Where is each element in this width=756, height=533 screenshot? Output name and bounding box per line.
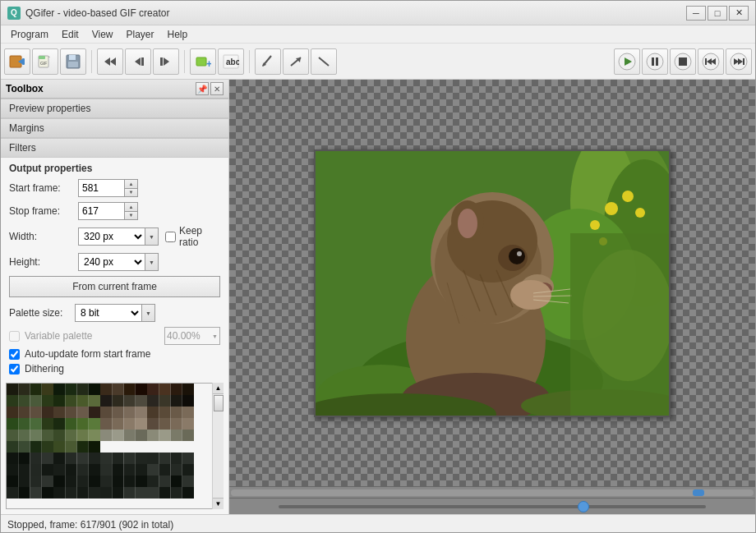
draw-button[interactable] — [255, 48, 281, 75]
dithering-checkbox[interactable] — [9, 364, 20, 374]
stop-frame-input[interactable]: 617 — [79, 203, 124, 219]
width-label: Width: — [9, 231, 75, 242]
preview-image-container — [314, 149, 671, 417]
palette-size-combo[interactable]: 8 bit 4 bit ▼ — [75, 304, 155, 322]
height-label: Height: — [9, 256, 75, 268]
toolbox-title: Toolbox — [6, 83, 44, 94]
toolbox-pin-button[interactable]: 📌 — [196, 82, 209, 95]
main-area: Toolbox 📌 ✕ Preview properties Margins F… — [1, 80, 755, 514]
svg-rect-7 — [69, 55, 76, 60]
start-frame-input[interactable]: 581 — [79, 180, 124, 196]
svg-rect-12 — [141, 57, 144, 66]
menubar: Program Edit View Player Help — [1, 25, 755, 44]
stop-frame-label: Stop frame: — [9, 205, 75, 217]
stop-frame-spinbox[interactable]: 617 ▲ ▼ — [78, 202, 138, 220]
variable-palette-label: Variable palette — [25, 330, 93, 342]
palette-preview-container: ▲ ▼ — [6, 383, 224, 509]
rewind-button[interactable] — [698, 48, 724, 75]
scroll-down-btn[interactable]: ▼ — [213, 498, 224, 509]
h-scroll-track[interactable] — [231, 489, 754, 496]
scroll-up-btn[interactable]: ▲ — [213, 383, 224, 394]
prev-frame-button[interactable] — [125, 48, 151, 75]
width-select[interactable]: 320 px 640 px 480 px — [79, 228, 145, 245]
width-combo[interactable]: 320 px 640 px 480 px ▼ — [78, 227, 159, 246]
palette-size-label: Palette size: — [9, 307, 75, 319]
status-text: Stopped, frame: 617/901 (902 in total) — [7, 519, 173, 531]
toolbox-panel: Toolbox 📌 ✕ Preview properties Margins F… — [1, 80, 229, 514]
window-title: QGifer - video-based GIF creator — [25, 7, 686, 19]
pause-button[interactable] — [642, 48, 668, 75]
palette-canvas — [7, 384, 194, 499]
keep-ratio-checkbox[interactable] — [165, 232, 176, 242]
menu-program[interactable]: Program — [4, 25, 55, 43]
variable-palette-row: Variable palette — [9, 330, 93, 342]
maximize-button[interactable]: □ — [708, 6, 727, 21]
svg-rect-2 — [22, 58, 25, 65]
stop-frame-arrows: ▲ ▼ — [124, 203, 137, 219]
keep-ratio-label: Keep ratio — [179, 225, 220, 248]
output-properties: Output properties Start frame: 581 ▲ ▼ S… — [1, 158, 228, 383]
width-row: Width: 320 px 640 px 480 px ▼ — [9, 227, 159, 246]
stop-frame-down[interactable]: ▼ — [125, 212, 137, 220]
open-video-button[interactable] — [4, 48, 30, 75]
keep-ratio-row: Keep ratio — [165, 225, 220, 248]
next-frame-button[interactable] — [153, 48, 179, 75]
svg-point-77 — [583, 250, 669, 381]
svg-point-52 — [635, 208, 645, 218]
svg-rect-28 — [652, 57, 654, 66]
zoom-thumb[interactable] — [578, 501, 589, 512]
fastforward-button[interactable] — [726, 48, 752, 75]
close-button[interactable]: ✕ — [729, 6, 749, 21]
svg-point-49 — [590, 220, 600, 230]
stop-button[interactable] — [670, 48, 696, 75]
dithering-row: Dithering — [9, 363, 220, 374]
svg-rect-39 — [743, 58, 744, 65]
preview-canvas[interactable] — [229, 80, 755, 486]
toolbox-close-button[interactable]: ✕ — [210, 82, 224, 95]
menu-help[interactable]: Help — [161, 25, 195, 43]
palette-size-select[interactable]: 8 bit 4 bit — [76, 305, 141, 321]
palette-scrollbar[interactable]: ▲ ▼ — [212, 383, 224, 509]
horizontal-scrollbar[interactable] — [229, 486, 755, 498]
add-frame-button[interactable]: + — [190, 48, 216, 75]
menu-player[interactable]: Player — [120, 25, 161, 43]
text-button[interactable]: abc — [218, 48, 244, 75]
height-select[interactable]: 240 px 480 px 360 px — [79, 254, 145, 270]
svg-point-50 — [622, 191, 634, 202]
auto-update-checkbox[interactable] — [9, 349, 20, 360]
from-current-frame-button[interactable]: From current frame — [9, 276, 220, 297]
start-frame-row: Start frame: 581 ▲ ▼ — [9, 179, 220, 197]
margins-section[interactable]: Margins — [1, 118, 228, 138]
h-scroll-thumb[interactable] — [693, 489, 704, 496]
statusbar: Stopped, frame: 617/901 (902 in total) — [1, 514, 755, 533]
start-frame-up[interactable]: ▲ — [125, 180, 137, 189]
open-gif-button[interactable]: GIF — [32, 48, 58, 75]
start-frame-spinbox[interactable]: 581 ▲ ▼ — [78, 179, 138, 197]
zoom-slider-area — [229, 498, 755, 514]
palette-size-row: Palette size: 8 bit 4 bit ▼ — [9, 304, 220, 322]
arrow-down-button[interactable] — [311, 48, 337, 75]
preview-properties-section[interactable]: Preview properties — [1, 99, 228, 118]
back-frame-button[interactable] — [97, 48, 123, 75]
start-frame-down[interactable]: ▼ — [125, 189, 137, 197]
var-palette-combo[interactable]: 40.00% ▼ — [164, 327, 220, 345]
save-button[interactable] — [60, 48, 86, 75]
minimize-button[interactable]: ─ — [686, 6, 706, 21]
filters-section[interactable]: Filters — [1, 138, 228, 158]
scroll-thumb[interactable] — [214, 395, 224, 411]
play-button[interactable] — [614, 48, 640, 75]
arrow-up-button[interactable] — [283, 48, 309, 75]
height-combo[interactable]: 240 px 480 px 360 px ▼ — [78, 253, 159, 271]
toolbox-header: Toolbox 📌 ✕ — [1, 80, 228, 99]
menu-edit[interactable]: Edit — [55, 25, 85, 43]
svg-rect-8 — [68, 62, 78, 67]
stop-frame-up[interactable]: ▲ — [125, 203, 137, 212]
variable-palette-checkbox[interactable] — [9, 331, 20, 342]
menu-view[interactable]: View — [85, 25, 120, 43]
svg-rect-31 — [679, 57, 687, 66]
svg-point-58 — [509, 248, 525, 264]
zoom-track[interactable] — [279, 505, 706, 508]
auto-update-row: Auto-update form start frame — [9, 348, 220, 360]
svg-marker-11 — [135, 57, 141, 66]
palette-grid-area[interactable] — [6, 383, 224, 509]
